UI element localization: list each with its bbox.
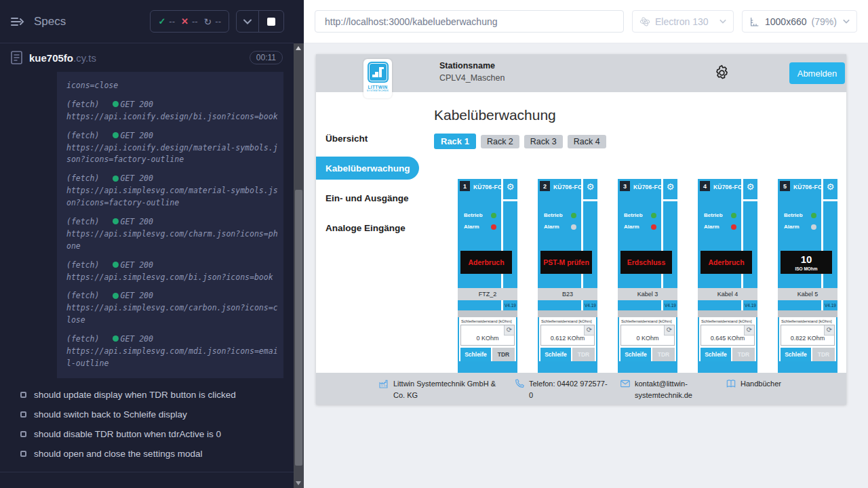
schleife-button[interactable]: Schleife — [701, 348, 731, 361]
fetch-label: (fetch) — [66, 131, 99, 140]
footer-handbuecher-link[interactable]: Handbücher — [726, 378, 781, 390]
measurement-value-box: ⟳ 0 KOhm — [460, 325, 515, 346]
test-item[interactable]: should update display when TDR button is… — [20, 385, 294, 405]
scroll-down-arrow-icon[interactable] — [296, 481, 301, 485]
alarm-row: Alarm — [458, 221, 501, 232]
device-number: 1 — [460, 181, 470, 191]
tdr-button[interactable]: TDR — [492, 348, 515, 361]
viewport-zoom: (79%) — [812, 16, 837, 27]
alarm-led — [731, 224, 736, 230]
request-url: https://api.iconify.design/material-symb… — [66, 142, 278, 167]
card-separator — [698, 310, 757, 317]
device-display: Aderbruch — [701, 251, 752, 274]
card-rail-divider — [743, 199, 757, 201]
stop-button[interactable] — [259, 18, 283, 26]
sidebar-item-uebersicht[interactable]: Übersicht — [316, 123, 434, 153]
device-settings-gear-icon[interactable]: ⚙ — [824, 182, 837, 192]
tdr-button[interactable]: TDR — [572, 348, 595, 361]
schleife-button[interactable]: Schleife — [620, 348, 651, 361]
tab-rack-4[interactable]: Rack 4 — [568, 135, 606, 148]
measurement-label: Schleifenwiderstand [kOhm] — [781, 319, 835, 325]
factory-icon — [378, 378, 389, 389]
browser-name: Electron 130 — [655, 16, 709, 27]
measurement-label: Schleifenwiderstand [kOhm] — [701, 319, 755, 325]
alarm-label: Alarm — [704, 224, 719, 230]
sidebar-item-analoge-eingaenge[interactable]: Analoge Eingänge — [316, 213, 434, 243]
betrieb-led — [651, 213, 656, 218]
specs-menu-icon[interactable] — [9, 14, 26, 30]
cross-icon: ✕ — [181, 16, 189, 26]
fetch-log-entry: (fetch) GET 200 https://api.simplesvg.co… — [66, 174, 278, 209]
browser-selector[interactable]: Electron 130 — [632, 10, 734, 33]
status-dot-icon — [113, 336, 119, 342]
device-cards: 1 KÜ706-FO ⚙ Betrieb Alarm Aderbruch FTZ… — [458, 179, 846, 382]
fetch-label: (fetch) — [66, 260, 99, 270]
test-item[interactable]: should disable TDR button when tdrActive… — [20, 424, 294, 444]
betrieb-row: Betrieb — [698, 209, 741, 221]
schleife-button[interactable]: Schleife — [781, 348, 811, 361]
footer-phone: Telefon: 04402 972577-0 — [514, 378, 609, 401]
device-number: 5 — [780, 181, 790, 191]
file-icon — [11, 51, 22, 64]
card-header: 5 KÜ706-FO ⚙ — [778, 179, 837, 199]
tdr-button[interactable]: TDR — [652, 348, 675, 361]
card-separator — [458, 310, 517, 317]
measurement-panel: Schleifenwiderstand [kOhm] ⟳ 0.645 KOhm … — [699, 317, 756, 361]
display-text: PST-M prüfen — [543, 258, 589, 266]
fetch-log-entry: (fetch) GET 200 https://api.iconify.desi… — [66, 100, 278, 123]
device-settings-gear-icon[interactable]: ⚙ — [504, 182, 517, 192]
sidebar-item-kabelueberwachung[interactable]: Kabelüberwachung — [316, 157, 419, 180]
tab-rack-2[interactable]: Rack 2 — [481, 135, 519, 148]
device-settings-gear-icon[interactable]: ⚙ — [744, 182, 757, 192]
status-dot-icon — [113, 176, 119, 182]
fetch-log-entry: icons=close — [66, 80, 278, 92]
tab-rack-3[interactable]: Rack 3 — [524, 135, 563, 148]
stat-pending: ↻-- — [204, 16, 221, 27]
tab-rack-1[interactable]: Rack 1 — [434, 134, 476, 149]
tdr-button[interactable]: TDR — [732, 348, 755, 361]
schleife-button[interactable]: Schleife — [540, 348, 571, 361]
measurement-value: 0.612 KOhm — [541, 335, 594, 342]
refresh-icon[interactable]: ⟳ — [504, 325, 514, 336]
tdr-button[interactable]: TDR — [812, 348, 835, 361]
scrollbar-thumb[interactable] — [295, 190, 302, 466]
card-header: 4 KÜ706-FO ⚙ — [698, 179, 757, 199]
test-item[interactable]: should open and close the settings modal — [20, 444, 294, 464]
spec-file-row[interactable]: kue705fo.cy.ts 00:11 — [0, 43, 294, 70]
version-row: V4.19 — [698, 300, 757, 310]
schleife-button[interactable]: Schleife — [460, 348, 491, 361]
refresh-icon[interactable]: ⟳ — [664, 325, 674, 336]
refresh-icon[interactable]: ⟳ — [824, 325, 834, 336]
status-dot-icon — [113, 293, 119, 299]
scrollbar-track[interactable] — [294, 43, 304, 488]
version-row: V4.19 — [618, 300, 677, 310]
browser-bar: http://localhost:3000/kabelueberwachung … — [304, 0, 868, 43]
refresh-icon[interactable]: ⟳ — [584, 325, 594, 336]
footer-company: Littwin Systemtechnik GmbH & Co. KG — [378, 378, 500, 401]
sidebar-item-ein-und-ausgaenge[interactable]: Ein- und Ausgänge — [316, 183, 434, 213]
device-settings-gear-icon[interactable]: ⚙ — [584, 182, 597, 192]
viewport-selector[interactable]: 1000x660 (79%) — [742, 10, 857, 33]
alarm-row: Alarm — [778, 221, 821, 232]
refresh-icon[interactable]: ⟳ — [744, 325, 754, 336]
run-options-button[interactable] — [237, 11, 259, 32]
status-dot-icon — [113, 262, 119, 268]
footer-email[interactable]: kontakt@littwin-systemtechnik.de — [620, 378, 716, 401]
test-item[interactable]: should switch back to Schleife display — [20, 405, 294, 424]
device-card: 2 KÜ706-FO ⚙ Betrieb Alarm PST-M prüfen … — [538, 179, 597, 382]
screen: Specs ✓-- ✕-- ↻-- kue705fo.cy.ts 00:11 i… — [0, 0, 868, 488]
request-url: https://api.simplesvg.com/mdi.json?icons… — [66, 346, 278, 370]
cable-label: Kabel 3 — [618, 288, 677, 300]
measurement-value-box: ⟳ 0.612 KOhm — [540, 325, 595, 346]
display-unit: ISO MOhm — [795, 266, 817, 271]
betrieb-row: Betrieb — [458, 209, 501, 221]
url-input[interactable]: http://localhost:3000/kabelueberwachung — [315, 10, 624, 33]
test-state-icon — [20, 392, 26, 398]
card-header: 3 KÜ706-FO ⚙ — [618, 179, 677, 199]
rack-tabs: Rack 1 Rack 2 Rack 3 Rack 4 — [434, 134, 846, 149]
device-settings-gear-icon[interactable]: ⚙ — [664, 182, 677, 192]
stat-failed: ✕-- — [181, 16, 198, 26]
scroll-up-arrow-icon[interactable] — [296, 46, 301, 50]
settings-gear-icon[interactable] — [713, 64, 731, 82]
logout-button[interactable]: Abmelden — [789, 62, 845, 84]
